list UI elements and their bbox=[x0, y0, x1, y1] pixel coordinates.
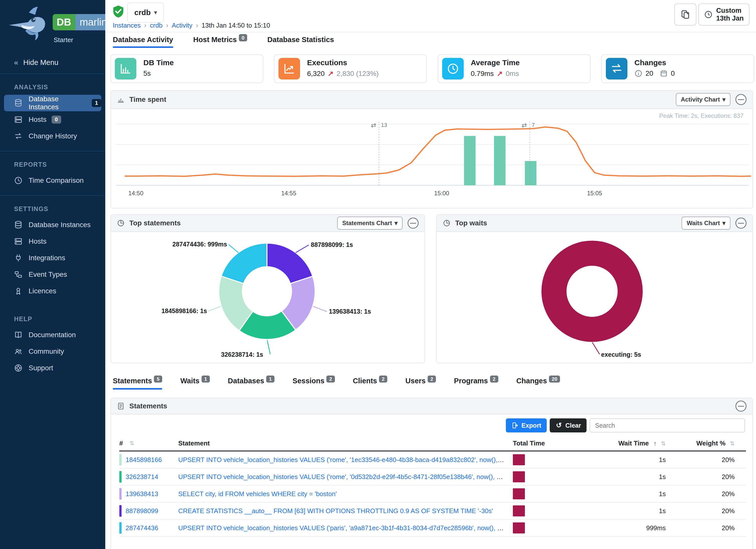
statement-color-chip bbox=[119, 471, 122, 483]
top-waits-donut[interactable]: executing: 5s bbox=[437, 232, 751, 362]
count-badge: 2 bbox=[326, 376, 335, 383]
statements-chart-select[interactable]: Statements Chart ▾ bbox=[337, 217, 403, 230]
table-row: 1845898166UPSERT INTO vehicle_location_h… bbox=[119, 451, 746, 469]
activity-chart-select[interactable]: Activity Chart ▾ bbox=[676, 93, 730, 106]
collapse-panel-button[interactable] bbox=[735, 218, 746, 229]
detail-tab-clients[interactable]: Clients2 bbox=[353, 377, 388, 390]
statement-text-link[interactable]: UPSERT INTO vehicle_location_histories V… bbox=[178, 456, 513, 464]
breadcrumb-range: 13th Jan 14:50 to 15:10 bbox=[202, 22, 270, 29]
svg-text:15:05: 15:05 bbox=[587, 190, 602, 197]
statement-id-link[interactable]: 139638413 bbox=[126, 490, 158, 498]
collapse-panel-button[interactable] bbox=[408, 218, 419, 229]
top-statements-donut[interactable]: 887898099: 1s139638413: 1s326238714: 1s1… bbox=[111, 232, 424, 362]
sidebar-item-database-instances[interactable]: Database Instances1 bbox=[4, 95, 101, 111]
sidebar-item-label: Change History bbox=[29, 132, 77, 140]
sidebar-item-label: Database Instances bbox=[29, 95, 87, 111]
book-icon bbox=[14, 331, 23, 339]
statement-id-link[interactable]: 287474436 bbox=[126, 524, 158, 532]
caret-down-icon: ▾ bbox=[722, 220, 725, 227]
collapse-panel-button[interactable] bbox=[735, 401, 746, 412]
detail-tab-databases[interactable]: Databases1 bbox=[228, 377, 274, 390]
caret-down-icon: ▾ bbox=[722, 96, 725, 103]
panel-title: Time spent bbox=[129, 96, 166, 104]
card-title: Executions bbox=[307, 58, 347, 67]
statement-id-link[interactable]: 887898099 bbox=[126, 507, 158, 515]
waits-chart-select[interactable]: Waits Chart ▾ bbox=[682, 217, 730, 230]
server-icon bbox=[14, 115, 23, 124]
statement-text-link[interactable]: SELECT city, id FROM vehicles WHERE city… bbox=[178, 490, 337, 498]
col-weight[interactable]: Weight % bbox=[696, 439, 726, 447]
pie-chart-icon bbox=[117, 219, 125, 227]
sidebar-item-time-comparison[interactable]: Time Comparison bbox=[0, 172, 105, 189]
sidebar-item-documentation[interactable]: Documentation bbox=[0, 327, 105, 343]
svg-text:139638413: 1s: 139638413: 1s bbox=[329, 308, 371, 315]
swap-icon bbox=[14, 132, 23, 140]
svg-text:14:55: 14:55 bbox=[281, 190, 296, 197]
panel-title: Top statements bbox=[129, 219, 181, 227]
time-spent-chart[interactable]: ⇄13⇄714:5014:5515:0015:05 bbox=[111, 109, 751, 208]
tab-database-statistics[interactable]: Database Statistics bbox=[267, 36, 334, 48]
breadcrumb-instances[interactable]: Instances bbox=[113, 22, 141, 29]
svg-text:⇄: ⇄ bbox=[522, 122, 527, 129]
sidebar-item-licences[interactable]: Licences bbox=[0, 283, 105, 299]
breadcrumb-activity[interactable]: Activity bbox=[172, 22, 192, 29]
statement-text-link[interactable]: UPSERT INTO vehicle_location_histories V… bbox=[178, 524, 513, 532]
sidebar-item-integrations[interactable]: Integrations bbox=[0, 250, 105, 266]
table-row: 326238714UPSERT INTO vehicle_location_hi… bbox=[119, 469, 746, 486]
clear-button[interactable]: ↺ Clear bbox=[550, 418, 587, 432]
svg-text:887898099: 1s: 887898099: 1s bbox=[311, 241, 353, 248]
card-title: DB Time bbox=[143, 58, 174, 67]
wait-time-value: 1s bbox=[560, 507, 666, 515]
sidebar-item-change-history[interactable]: Change History bbox=[0, 128, 105, 144]
detail-tab-waits[interactable]: Waits1 bbox=[180, 377, 210, 390]
card-value: 20 0 bbox=[634, 69, 675, 77]
export-button[interactable]: Export bbox=[506, 418, 547, 432]
card-value: 6,320 ↗ 2,830 (123%) bbox=[307, 69, 379, 78]
count-badge: 0 bbox=[52, 116, 61, 124]
sidebar-item-label: Support bbox=[29, 364, 53, 372]
col-statement[interactable]: Statement bbox=[178, 439, 513, 447]
nav-section-settings: SETTINGSDatabase InstancesHostsIntegrati… bbox=[0, 196, 105, 306]
tab-label: Clients bbox=[353, 377, 377, 385]
tab-host-metrics[interactable]: Host Metrics0 bbox=[193, 36, 247, 48]
statement-text-link[interactable]: CREATE STATISTICS __auto__ FROM [63] WIT… bbox=[178, 507, 493, 515]
tab-database-activity[interactable]: Database Activity bbox=[113, 36, 173, 48]
copy-link-button[interactable] bbox=[674, 4, 696, 26]
statement-id-link[interactable]: 1845898166 bbox=[126, 456, 162, 464]
count-badge: 5 bbox=[154, 376, 162, 383]
panel-header: Top waits Waits Chart ▾ bbox=[437, 215, 752, 232]
weight-value: 20% bbox=[666, 456, 746, 464]
plug-icon bbox=[14, 254, 23, 262]
breadcrumb-instance[interactable]: crdb bbox=[150, 22, 163, 29]
card-db-time: DB Time 5s bbox=[110, 54, 263, 83]
tab-label: Users bbox=[405, 377, 426, 385]
detail-tab-programs[interactable]: Programs2 bbox=[454, 377, 498, 390]
sidebar: DB marlin Starter « Hide Menu ANALYSISDa… bbox=[0, 0, 105, 549]
card-value: 0.79ms ↗ 0ms bbox=[471, 69, 519, 78]
sidebar-item-hosts[interactable]: Hosts0 bbox=[0, 111, 105, 128]
detail-tab-changes[interactable]: Changes20 bbox=[516, 377, 560, 390]
statement-id-link[interactable]: 326238714 bbox=[126, 473, 158, 481]
sidebar-item-support[interactable]: Support bbox=[0, 360, 105, 376]
sidebar-item-event-types[interactable]: Event Types bbox=[0, 266, 105, 283]
statement-text-link[interactable]: UPSERT INTO vehicle_location_histories V… bbox=[178, 473, 513, 481]
col-total-time[interactable]: Total Time bbox=[513, 439, 560, 447]
instance-name: crdb bbox=[134, 8, 151, 17]
detail-tab-statements[interactable]: Statements5 bbox=[113, 377, 162, 390]
total-time-bar bbox=[513, 488, 525, 499]
col-wait-time[interactable]: Wait Time bbox=[618, 439, 649, 447]
hide-menu-button[interactable]: « Hide Menu bbox=[0, 51, 105, 74]
search-input[interactable] bbox=[590, 418, 745, 432]
sidebar-item-community[interactable]: Community bbox=[0, 343, 105, 360]
svg-text:7: 7 bbox=[532, 122, 535, 128]
instance-selector[interactable]: crdb ▾ bbox=[127, 3, 164, 23]
time-range-button[interactable]: Custom 13th Jan bbox=[698, 4, 749, 26]
collapse-panel-button[interactable] bbox=[735, 94, 746, 105]
top-bar: crdb ▾ Instances › crdb › Activity › 13t… bbox=[105, 0, 756, 32]
sidebar-item-database-instances[interactable]: Database Instances bbox=[0, 217, 105, 233]
detail-tab-sessions[interactable]: Sessions2 bbox=[293, 377, 335, 390]
calendar-icon bbox=[660, 69, 668, 77]
col-id[interactable]: # bbox=[119, 439, 123, 447]
sidebar-item-hosts[interactable]: Hosts bbox=[0, 233, 105, 250]
detail-tab-users[interactable]: Users2 bbox=[405, 377, 436, 390]
